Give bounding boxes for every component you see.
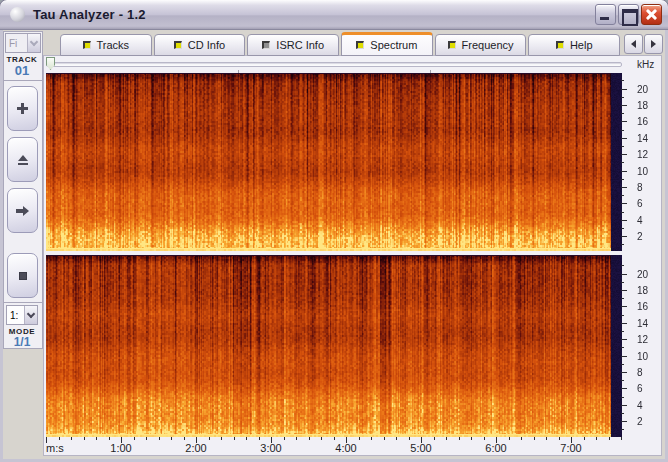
time-tick	[446, 437, 447, 440]
freq-label: 18	[637, 100, 648, 111]
freq-label: 2	[637, 416, 643, 427]
add-button[interactable]	[7, 86, 38, 131]
time-label: 2:00	[176, 442, 216, 454]
led-icon	[356, 41, 364, 49]
tab-spectrum[interactable]: Spectrum	[341, 32, 433, 56]
time-tick	[371, 437, 372, 440]
time-label: 1:00	[101, 442, 141, 454]
freq-tick	[621, 265, 624, 266]
tab-bar: TracksCD InfoISRC InfoSpectrumFrequencyH…	[60, 32, 622, 56]
close-button[interactable]	[641, 4, 662, 25]
time-tick	[84, 437, 85, 440]
tab-label: Help	[570, 39, 593, 51]
freq-label: 8	[637, 367, 643, 378]
time-tick	[221, 437, 222, 440]
chevron-down-icon	[30, 37, 38, 45]
tab-frequency[interactable]: Frequency	[435, 34, 527, 56]
freq-tick	[621, 154, 627, 155]
time-tick	[146, 437, 147, 440]
ratio-select-dropdown-button[interactable]	[24, 306, 37, 324]
time-tick	[296, 437, 297, 440]
freq-tick	[621, 97, 624, 98]
spectrogram-bottom	[46, 255, 622, 437]
freq-tick	[621, 405, 627, 406]
time-tick	[134, 437, 135, 440]
freq-label: 6	[637, 198, 643, 209]
time-tick	[459, 437, 460, 440]
file-select-value: Fi	[6, 38, 27, 49]
freq-tick	[621, 298, 624, 299]
tab-cd-info[interactable]: CD Info	[154, 34, 246, 56]
file-select[interactable]: Fi	[5, 33, 41, 53]
freq-tick	[621, 372, 627, 373]
freq-tick	[621, 162, 624, 163]
freq-label: 14	[637, 318, 648, 329]
app-icon	[10, 7, 25, 22]
stop-button[interactable]	[7, 253, 38, 298]
freq-tick	[621, 220, 627, 221]
arrow-right-icon	[16, 206, 29, 216]
freq-label: 20	[637, 269, 648, 280]
time-tick	[259, 437, 260, 440]
freq-label: 4	[637, 215, 643, 226]
tab-label: Spectrum	[370, 39, 417, 51]
freq-label: 10	[637, 166, 648, 177]
freq-tick	[621, 421, 627, 422]
time-tick	[159, 437, 160, 440]
time-tick	[396, 437, 397, 440]
sidebar-divider	[3, 80, 43, 81]
freq-label: 6	[637, 383, 643, 394]
tab-label: CD Info	[188, 39, 225, 51]
eject-button[interactable]	[7, 137, 38, 182]
freq-tick	[621, 290, 627, 291]
freq-tick	[621, 339, 627, 340]
chevron-right-icon	[651, 40, 656, 48]
chevron-down-icon	[27, 309, 35, 317]
freq-label: 16	[637, 301, 648, 312]
time-tick	[96, 437, 97, 440]
led-icon	[174, 41, 182, 49]
time-tick	[509, 437, 510, 440]
maximize-button[interactable]	[618, 4, 639, 25]
freq-label: 10	[637, 351, 648, 362]
time-tick	[584, 437, 585, 440]
tab-scroll-left-button[interactable]	[624, 34, 643, 54]
freq-label: 12	[637, 149, 648, 160]
minimize-button[interactable]	[595, 4, 616, 25]
freq-tick	[621, 80, 624, 81]
ratio-select[interactable]: 1:	[6, 305, 38, 325]
time-tick	[109, 437, 110, 440]
time-axis-origin-label: m:s	[46, 442, 64, 454]
time-label: 5:00	[401, 442, 441, 454]
title-bar[interactable]: Tau Analyzer - 1.2	[0, 0, 668, 30]
tab-help[interactable]: Help	[528, 34, 620, 56]
freq-tick	[621, 203, 627, 204]
freq-tick	[621, 244, 624, 245]
next-button[interactable]	[7, 188, 38, 233]
time-tick	[46, 437, 47, 443]
freq-tick	[621, 89, 627, 90]
freq-label: 2	[637, 231, 643, 242]
stop-icon	[19, 272, 27, 280]
tab-label: Tracks	[97, 39, 130, 51]
tab-scroll-right-button[interactable]	[644, 34, 663, 54]
freq-tick	[621, 187, 627, 188]
time-tick	[534, 437, 535, 440]
freq-tick	[621, 179, 624, 180]
time-tick	[384, 437, 385, 440]
tab-tracks[interactable]: Tracks	[60, 34, 152, 56]
time-tick	[609, 437, 610, 440]
sidebar-divider	[3, 302, 43, 303]
window-title: Tau Analyzer - 1.2	[33, 7, 146, 22]
freq-tick	[621, 364, 624, 365]
position-slider-track[interactable]	[46, 62, 622, 67]
freq-tick	[621, 171, 627, 172]
time-tick	[321, 437, 322, 440]
tab-isrc-info[interactable]: ISRC Info	[247, 34, 339, 56]
freq-tick	[621, 138, 627, 139]
file-select-dropdown-button[interactable]	[27, 34, 40, 52]
freq-label: 16	[637, 116, 648, 127]
chevron-left-icon	[631, 40, 636, 48]
freq-tick	[621, 380, 624, 381]
time-label: 6:00	[476, 442, 516, 454]
